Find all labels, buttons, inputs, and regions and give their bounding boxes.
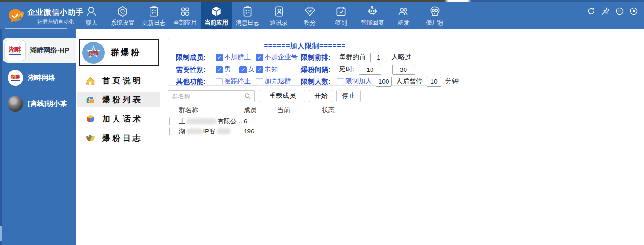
clipboard-list-icon xyxy=(241,5,254,18)
menu-item-home[interactable]: 首页说明 xyxy=(77,73,160,88)
nav-label: 签到 xyxy=(335,19,347,27)
delay-max-input[interactable] xyxy=(392,65,415,75)
checkbox-leave-after-done[interactable] xyxy=(256,78,263,85)
row-label: 其他功能: xyxy=(176,77,216,86)
avatar-text: 湖畔 xyxy=(11,74,20,81)
redaction-blur xyxy=(186,118,217,124)
account-item[interactable]: 湖畔 湖畔网络 xyxy=(0,70,76,86)
checkbox-unknown-gender[interactable]: ✓ xyxy=(256,66,263,73)
checkbox-no-group-owner[interactable]: ✓ xyxy=(216,54,223,61)
cube-color-icon xyxy=(85,114,96,124)
group-people-icon xyxy=(397,5,410,18)
row-label: 爆粉间隔: xyxy=(301,65,337,74)
nav-item-checkin[interactable]: 签到 xyxy=(326,2,357,29)
checkbox-no-enterprise-account[interactable]: ✓ xyxy=(256,54,263,61)
redaction-blur xyxy=(217,128,231,134)
close-button[interactable] xyxy=(629,6,638,16)
calendar-check-icon xyxy=(335,5,347,18)
menu-item-fan-list[interactable]: 爆粉列表 xyxy=(77,92,160,107)
refresh-button[interactable] xyxy=(586,6,596,16)
table-row[interactable]: 湖IP客 196 xyxy=(162,126,493,136)
nav-item-current-app[interactable]: 当前应用 xyxy=(201,2,232,29)
row-checkbox[interactable] xyxy=(169,117,170,125)
nav-item-message-log[interactable]: 消息日志 xyxy=(232,2,263,29)
nav-item-all-apps[interactable]: 全部应用 xyxy=(169,2,201,29)
row-label: 限制前排: xyxy=(301,53,337,62)
nav-label: 消息日志 xyxy=(236,19,259,27)
sidebar-scrollbar-thumb[interactable] xyxy=(0,226,2,241)
table-row[interactable]: 上有限公… 6 xyxy=(162,116,493,126)
nav-label: 当前应用 xyxy=(204,19,228,27)
nav-label: 僵尸粉 xyxy=(426,19,444,27)
nav-item-zombie-fans[interactable]: 僵尸粉 xyxy=(419,2,450,29)
limits-row-members: 限制成员: ✓ 不加群主 ✓ 不加企业号 限制前排: 每群的前 xyxy=(176,52,414,62)
pause-after-count-input[interactable] xyxy=(376,77,392,87)
delay-min-input[interactable] xyxy=(359,65,381,75)
checkbox-label: 未知 xyxy=(265,65,278,74)
static-text: 延时: xyxy=(339,65,354,74)
nav-item-points[interactable]: 积分 xyxy=(294,2,326,29)
avatar xyxy=(8,96,23,112)
stop-button[interactable]: 停止 xyxy=(336,90,361,102)
reload-members-button[interactable]: 重载成员 xyxy=(260,90,305,102)
robot-icon xyxy=(366,5,379,18)
account-label: 湖畔网络 xyxy=(28,73,55,82)
menu-item-fan-log[interactable]: 爆粉日志 xyxy=(77,131,160,146)
address-book-icon xyxy=(273,5,285,18)
menu-item-add-script[interactable]: 加人话术 xyxy=(77,112,160,127)
hexagon-gear-icon xyxy=(116,5,129,18)
nav-label: 群发 xyxy=(398,19,410,27)
checkbox-male[interactable]: ✓ xyxy=(216,66,223,73)
account-label: [离线]胡小某 xyxy=(28,99,67,108)
row-checkbox[interactable] xyxy=(169,127,170,135)
avatar: 湖畔 xyxy=(8,70,23,86)
account-item-selected[interactable]: 湖畔 湖畔网络-HP xyxy=(0,38,76,63)
nav-item-smart-reply[interactable]: 智能回复 xyxy=(357,2,388,29)
nav-item-group-send[interactable]: 群发 xyxy=(388,2,419,29)
module-header: ☆ 竞猜 群爆粉 xyxy=(79,39,159,66)
static-text: 分钟 xyxy=(445,77,459,86)
main-content: ======加人限制====== 限制成员: ✓ 不加群主 ✓ 不加企业号 限制 xyxy=(162,29,644,245)
window-controls xyxy=(586,6,638,16)
dash-separator: - xyxy=(386,66,388,73)
diamond-icon xyxy=(304,5,316,18)
group-table: 群名称 成员 当前 状态 上有限公… 6 湖IP客 196 xyxy=(162,105,493,136)
app-logo-icon xyxy=(7,8,25,26)
minimize-button[interactable] xyxy=(615,6,624,16)
nav-item-update-log[interactable]: 更新日志 xyxy=(138,2,169,29)
checkbox-label: 加完退群 xyxy=(265,77,291,86)
checkbox-label: 不加企业号 xyxy=(265,53,298,61)
four-circles-icon xyxy=(179,5,191,18)
nav-label: 积分 xyxy=(304,19,316,27)
row-label: 需要性别: xyxy=(176,65,216,74)
skip-first-input[interactable] xyxy=(370,52,387,62)
table-header: 群名称 成员 当前 状态 xyxy=(162,105,493,115)
column-header-group-name: 群名称 xyxy=(179,106,244,114)
account-sidebar: 湖畔 湖畔网络-HP 湖畔 湖畔网络 [离线]胡小某 xyxy=(0,29,76,245)
module-badge-icon: ☆ 竞猜 xyxy=(82,42,105,64)
group-name-redacted: 湖IP客 xyxy=(179,127,244,136)
pause-minutes-input[interactable] xyxy=(427,77,441,87)
nav-label: 系统设置 xyxy=(111,19,134,27)
checkbox-female[interactable]: ✓ xyxy=(239,66,247,73)
column-header-current: 当前 xyxy=(277,106,322,114)
account-item-offline[interactable]: [离线]胡小某 xyxy=(0,96,76,112)
nav-item-chat[interactable]: 聊天 xyxy=(76,2,107,29)
nav-label: 更新日志 xyxy=(142,19,166,27)
nav-item-system-settings[interactable]: 系统设置 xyxy=(107,2,138,29)
panel-title: ======加人限制====== xyxy=(168,42,441,51)
member-count: 196 xyxy=(244,128,277,135)
checkbox-limit-add-count[interactable] xyxy=(337,78,344,85)
checkbox-stop-when-kicked[interactable] xyxy=(216,78,223,85)
group-search-input[interactable] xyxy=(168,90,255,102)
row-label: 限制成员: xyxy=(176,53,216,62)
search-icon[interactable] xyxy=(243,92,252,103)
start-button[interactable]: 开始 xyxy=(309,90,333,102)
group-search xyxy=(168,90,255,102)
nav-item-contacts[interactable]: 通讯录 xyxy=(263,2,294,29)
menu-label: 爆粉列表 xyxy=(102,95,143,105)
menu-label: 加人话术 xyxy=(102,114,143,124)
limits-row-gender: 需要性别: ✓ 男 ✓ 女 ✓ 未知 xyxy=(176,64,417,75)
nav-label: 通讯录 xyxy=(270,19,288,27)
pin-button[interactable] xyxy=(600,6,610,16)
